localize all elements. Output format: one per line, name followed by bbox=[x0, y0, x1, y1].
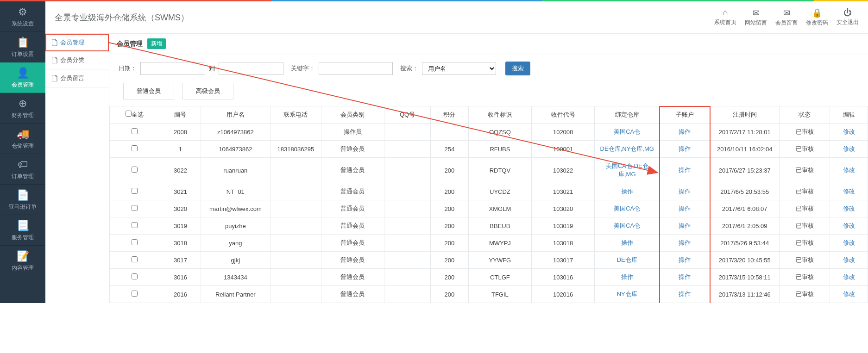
date-from-input[interactable] bbox=[140, 62, 205, 75]
search-by-select[interactable]: 用户名 bbox=[422, 62, 496, 75]
row-checkbox[interactable] bbox=[132, 256, 138, 262]
col-username: 用户名 bbox=[201, 106, 270, 124]
cell-edit[interactable]: 修改 bbox=[830, 252, 868, 269]
cell-member-type: 普通会员 bbox=[321, 286, 384, 303]
cell-member-type: 普通会员 bbox=[321, 141, 384, 158]
cell-edit[interactable]: 修改 bbox=[830, 286, 868, 303]
cell-receive-code: 102016 bbox=[532, 286, 595, 303]
header-action-1[interactable]: ✉网站留言 bbox=[745, 8, 767, 27]
tab-normal-member[interactable]: 普通会员 bbox=[123, 83, 174, 99]
cell-sub-account[interactable]: 操作 bbox=[660, 269, 710, 286]
cell-receive-code: 102008 bbox=[532, 124, 595, 141]
sub-nav-item-0[interactable]: 会员管理 bbox=[45, 34, 109, 51]
cell-sub-account[interactable]: 操作 bbox=[660, 235, 710, 252]
nav-item-8[interactable]: 📝内容管理 bbox=[0, 246, 45, 276]
cell-sub-account[interactable]: 操作 bbox=[660, 158, 710, 183]
cell-edit[interactable]: 修改 bbox=[830, 200, 868, 217]
cell-warehouse[interactable]: 美国CA仓,DE仓库,MG bbox=[595, 158, 660, 183]
table-row: 3017 gjkj 普通会员 200 YYWFG 103017 DE仓库 操作 … bbox=[110, 252, 868, 269]
header-action-label: 安全退出 bbox=[837, 19, 859, 26]
select-all-checkbox[interactable] bbox=[126, 111, 132, 117]
cell-edit[interactable]: 修改 bbox=[830, 269, 868, 286]
cell-username: 1343434 bbox=[201, 269, 270, 286]
sub-nav-label: 会员分类 bbox=[60, 56, 84, 64]
cell-receive-mark: RFUBS bbox=[468, 141, 531, 158]
cell-qq bbox=[384, 286, 431, 303]
nav-item-1[interactable]: 📋订单设置 bbox=[0, 32, 45, 62]
nav-item-0[interactable]: ⚙系统设置 bbox=[0, 1, 45, 32]
cell-edit[interactable]: 修改 bbox=[830, 158, 868, 183]
nav-item-5[interactable]: 🏷订单管理 bbox=[0, 154, 45, 185]
nav-icon: 📃 bbox=[17, 220, 29, 232]
cell-register-time: 2017/3/13 11:12:46 bbox=[710, 286, 780, 303]
cell-sub-account[interactable]: 操作 bbox=[660, 124, 710, 141]
row-checkbox[interactable] bbox=[132, 128, 138, 134]
cell-edit[interactable]: 修改 bbox=[830, 183, 868, 200]
cell-sub-account[interactable]: 操作 bbox=[660, 183, 710, 200]
row-checkbox[interactable] bbox=[132, 145, 138, 151]
row-checkbox[interactable] bbox=[132, 222, 138, 228]
row-checkbox[interactable] bbox=[132, 273, 138, 279]
sub-nav-item-2[interactable]: 会员留言 bbox=[45, 69, 109, 87]
cell-sub-account[interactable]: 操作 bbox=[660, 141, 710, 158]
header-action-2[interactable]: ✉会员留言 bbox=[775, 8, 798, 27]
header-action-0[interactable]: ⌂系统首页 bbox=[714, 8, 736, 27]
row-checkbox[interactable] bbox=[132, 188, 138, 194]
cell-register-time: 2017/6/27 15:23:37 bbox=[710, 158, 780, 183]
cell-warehouse[interactable]: DE仓库 bbox=[595, 252, 660, 269]
nav-icon: 🚚 bbox=[17, 128, 29, 140]
nav-label: 仓储管理 bbox=[12, 142, 34, 150]
cell-warehouse[interactable]: DE仓库,NY仓库,MG bbox=[595, 141, 660, 158]
cell-edit[interactable]: 修改 bbox=[830, 235, 868, 252]
nav-item-2[interactable]: 👤会员管理 bbox=[0, 62, 45, 93]
cell-warehouse[interactable]: 美国CA仓 bbox=[595, 217, 660, 235]
row-checkbox[interactable] bbox=[132, 205, 138, 211]
cell-sub-account[interactable]: 操作 bbox=[660, 286, 710, 303]
cell-id: 1 bbox=[160, 141, 201, 158]
nav-item-4[interactable]: 🚚仓储管理 bbox=[0, 124, 45, 154]
nav-item-7[interactable]: 📃服务管理 bbox=[0, 215, 45, 246]
nav-item-3[interactable]: ⊕财务管理 bbox=[0, 93, 45, 124]
table-row: 3021 NT_01 普通会员 200 UYCDZ 103021 操作 操作 2… bbox=[110, 183, 868, 200]
cell-register-time: 2017/5/26 9:53:44 bbox=[710, 235, 780, 252]
search-button[interactable]: 搜索 bbox=[505, 62, 530, 75]
cell-warehouse[interactable]: 操作 bbox=[595, 183, 660, 200]
cell-username: Reliant Partner bbox=[201, 286, 270, 303]
cell-warehouse[interactable]: 美国CA仓 bbox=[595, 200, 660, 217]
date-to-input[interactable] bbox=[219, 62, 283, 75]
cell-username: gjkj bbox=[201, 252, 270, 269]
cell-sub-account[interactable]: 操作 bbox=[660, 217, 710, 235]
cell-sub-account[interactable]: 操作 bbox=[660, 200, 710, 217]
header-action-icon: ✉ bbox=[753, 8, 760, 18]
row-checkbox[interactable] bbox=[132, 167, 138, 173]
app-title: 全景专业级海外仓储系统（SWMS） bbox=[55, 12, 189, 23]
nav-label: 订单设置 bbox=[12, 50, 34, 58]
sub-nav-label: 会员管理 bbox=[60, 38, 84, 47]
cell-warehouse[interactable]: 美国CA仓 bbox=[595, 124, 660, 141]
cell-status: 已审核 bbox=[780, 158, 830, 183]
cell-warehouse[interactable]: 操作 bbox=[595, 235, 660, 252]
sub-nav-item-1[interactable]: 会员分类 bbox=[45, 51, 109, 69]
keyword-input[interactable] bbox=[319, 62, 393, 75]
tab-premium-member[interactable]: 高级会员 bbox=[182, 83, 233, 99]
cell-edit[interactable]: 修改 bbox=[830, 217, 868, 235]
cell-edit[interactable]: 修改 bbox=[830, 124, 868, 141]
cell-sub-account[interactable]: 操作 bbox=[660, 252, 710, 269]
row-checkbox[interactable] bbox=[132, 239, 138, 245]
table-row: 3020 martin@wlwex.com 普通会员 200 XMGLM 103… bbox=[110, 200, 868, 217]
cell-phone bbox=[270, 269, 321, 286]
add-button[interactable]: 新增 bbox=[147, 38, 166, 49]
cell-warehouse[interactable]: 操作 bbox=[595, 269, 660, 286]
cell-edit[interactable]: 修改 bbox=[830, 141, 868, 158]
header-action-4[interactable]: ⏻安全退出 bbox=[837, 8, 859, 27]
cell-register-time: 2017/2/17 11:28:01 bbox=[710, 124, 780, 141]
cell-receive-code: 103021 bbox=[532, 183, 595, 200]
header-action-3[interactable]: 🔒修改密码 bbox=[806, 8, 828, 27]
cell-status: 已审核 bbox=[780, 252, 830, 269]
sub-nav: 会员管理会员分类会员留言 bbox=[45, 34, 109, 303]
cell-member-type: 普通会员 bbox=[321, 158, 384, 183]
nav-icon: 👤 bbox=[17, 67, 29, 79]
row-checkbox[interactable] bbox=[132, 291, 138, 297]
cell-warehouse[interactable]: NY仓库 bbox=[595, 286, 660, 303]
nav-item-6[interactable]: 📄亚马逊订单 bbox=[0, 185, 45, 215]
